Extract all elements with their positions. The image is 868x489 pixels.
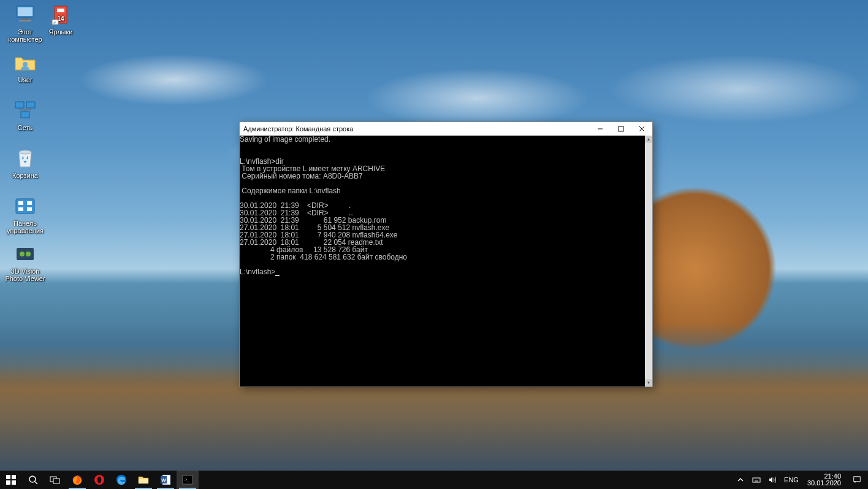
firefox-button[interactable] — [66, 471, 88, 489]
desktop-icon-3dvision[interactable]: 3D VisionPhoto Viewer — [2, 242, 48, 282]
action-center-button[interactable] — [846, 471, 868, 489]
tray-keyboard-icon[interactable] — [748, 471, 764, 489]
svg-rect-27 — [6, 480, 10, 485]
svg-rect-2 — [21, 18, 29, 20]
opera-button[interactable] — [88, 471, 110, 489]
network-icon — [13, 98, 37, 123]
svg-point-8 — [19, 150, 31, 154]
title-bar[interactable]: Администратор: Командная строка — [240, 122, 652, 136]
shortcuts-folder-icon: 14 — [48, 2, 73, 27]
svg-rect-48 — [854, 477, 861, 482]
svg-rect-9 — [16, 199, 34, 214]
tray-overflow-button[interactable] — [733, 471, 748, 489]
svg-point-15 — [20, 252, 25, 256]
svg-point-35 — [97, 477, 101, 483]
desktop[interactable]: Этоткомпьютер User Сеть Корзина Панельуп… — [0, 0, 868, 489]
svg-rect-10 — [18, 201, 23, 205]
tray-volume-icon[interactable] — [764, 471, 780, 489]
taskbar[interactable]: W >_ ENG 21:40 30.01.2020 — [0, 471, 868, 489]
desktop-icon-recycle-bin[interactable]: Корзина — [2, 146, 48, 179]
start-button[interactable] — [0, 471, 22, 489]
close-button[interactable] — [631, 122, 652, 136]
window-title: Администратор: Командная строка — [243, 125, 590, 133]
svg-rect-3 — [19, 20, 31, 21]
svg-rect-32 — [53, 479, 59, 483]
svg-point-4 — [23, 62, 28, 67]
svg-rect-5 — [15, 102, 24, 108]
svg-rect-28 — [12, 480, 16, 485]
control-panel-icon — [13, 194, 37, 218]
terminal-cursor — [275, 275, 280, 276]
tray-clock[interactable]: 21:40 30.01.2020 — [802, 471, 846, 489]
desktop-icon-label: 3D VisionPhoto Viewer — [2, 268, 48, 282]
file-explorer-button[interactable] — [132, 471, 154, 489]
desktop-icon-label: Панельуправления — [2, 220, 48, 234]
terminal-output: Saving of image completed. L:\nvflash>di… — [240, 136, 645, 276]
svg-text:W: W — [161, 477, 166, 483]
tray-language[interactable]: ENG — [780, 471, 802, 489]
desktop-icon-label: Корзина — [2, 172, 48, 179]
desktop-icon-label: Ярлыки — [38, 28, 83, 36]
svg-point-16 — [26, 252, 31, 256]
svg-rect-13 — [27, 207, 32, 211]
terminal-area[interactable]: Saving of image completed. L:\nvflash>di… — [240, 136, 652, 387]
svg-rect-6 — [26, 102, 35, 108]
tray-date: 30.01.2020 — [807, 480, 841, 487]
desktop-icon-shortcuts[interactable]: 14 Ярлыки — [38, 2, 83, 36]
task-view-button[interactable] — [44, 471, 66, 489]
3dvision-icon — [13, 242, 37, 266]
svg-rect-43 — [753, 478, 760, 482]
svg-rect-25 — [6, 475, 10, 479]
svg-rect-7 — [21, 112, 29, 118]
desktop-icon-label: User — [2, 76, 48, 83]
edge-button[interactable] — [110, 471, 132, 489]
recycle-bin-icon — [13, 146, 37, 171]
scroll-track[interactable] — [645, 143, 652, 379]
svg-line-30 — [35, 482, 37, 484]
minimize-button[interactable] — [590, 122, 611, 136]
system-tray[interactable]: ENG 21:40 30.01.2020 — [733, 471, 868, 489]
svg-text:>_: >_ — [185, 477, 189, 482]
cmd-button[interactable]: >_ — [177, 471, 199, 489]
svg-point-29 — [29, 476, 36, 482]
svg-rect-12 — [18, 207, 23, 211]
search-button[interactable] — [22, 471, 44, 489]
svg-rect-37 — [139, 479, 148, 483]
computer-icon — [13, 2, 37, 27]
svg-rect-14 — [17, 248, 34, 260]
svg-rect-18 — [57, 9, 64, 12]
word-button[interactable]: W — [154, 471, 177, 489]
desktop-icon-network[interactable]: Сеть — [2, 98, 48, 131]
desktop-icon-label: Сеть — [2, 124, 48, 131]
maximize-button[interactable] — [611, 122, 631, 136]
scroll-down-arrow[interactable]: ▾ — [645, 379, 652, 387]
svg-rect-26 — [12, 475, 16, 479]
user-folder-icon — [13, 50, 37, 75]
svg-rect-1 — [18, 7, 32, 16]
desktop-icon-user[interactable]: User — [2, 50, 48, 83]
svg-rect-22 — [619, 126, 623, 131]
desktop-icon-control-panel[interactable]: Панельуправления — [2, 194, 48, 234]
scroll-up-arrow[interactable]: ▴ — [645, 136, 652, 143]
command-prompt-window[interactable]: Администратор: Командная строка Saving o… — [239, 121, 653, 387]
svg-rect-11 — [27, 201, 32, 205]
vertical-scrollbar[interactable]: ▴ ▾ — [645, 136, 652, 387]
